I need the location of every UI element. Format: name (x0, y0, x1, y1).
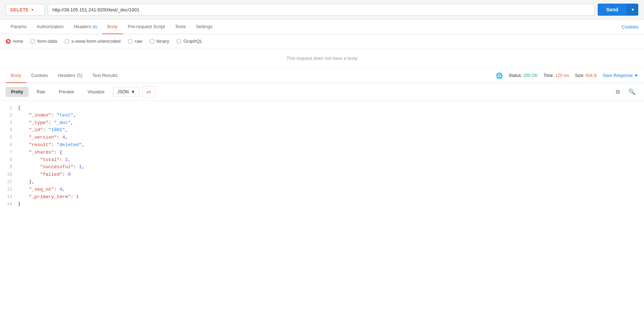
radio-graphql[interactable]: GraphQL (176, 38, 202, 44)
send-dropdown-icon[interactable]: ▼ (627, 4, 638, 15)
json-line: 4 "_id": "1001", (0, 126, 644, 134)
json-brace: } (18, 201, 21, 207)
json-key: "_primary_term" (29, 194, 71, 200)
json-line: 6 "result": "deleted", (0, 141, 644, 149)
json-plain (18, 113, 29, 118)
json-brace: { (59, 150, 62, 155)
response-status: Status: 200 OK (509, 73, 537, 78)
json-plain: : (62, 172, 68, 177)
tab-authorization[interactable]: Authorization (32, 20, 69, 34)
radio-none[interactable]: none (6, 38, 23, 44)
url-input[interactable] (48, 4, 595, 16)
json-plain: : (43, 127, 48, 133)
format-pretty-button[interactable]: Pretty (6, 87, 28, 97)
radio-dot-none (6, 39, 11, 44)
radio-dot-urlencoded (64, 39, 69, 44)
headers-badge: (6) (92, 25, 97, 29)
resp-tab-body[interactable]: Body (6, 68, 26, 83)
json-key: "_index" (29, 113, 51, 118)
line-number: 6 (0, 141, 18, 149)
json-string: "_doc" (54, 120, 71, 125)
copy-button[interactable]: ⧉ (613, 87, 623, 97)
json-line: 13 "_primary_term": 1 (0, 193, 644, 201)
status-value: 200 OK (523, 73, 538, 78)
tab-body[interactable]: Body (102, 20, 123, 34)
json-viewer: 1{2 "_index": "test",3 "_type": "_doc",4… (0, 101, 644, 250)
line-number: 4 (0, 126, 18, 134)
line-content: }, (18, 178, 644, 186)
json-key: "_type" (29, 120, 48, 125)
cookies-link[interactable]: Cookies (622, 24, 638, 30)
json-plain: : (51, 113, 57, 118)
line-number: 10 (0, 171, 18, 178)
tab-pre-request[interactable]: Pre-request Script (123, 20, 170, 34)
json-line: 1{ (0, 104, 644, 112)
tab-params[interactable]: Params (6, 20, 32, 34)
json-plain (18, 127, 29, 133)
json-number: 0 (68, 172, 71, 177)
format-raw-button[interactable]: Raw (31, 87, 51, 97)
json-key: "_version" (29, 135, 57, 140)
tab-tests[interactable]: Tests (170, 20, 191, 34)
line-content: "_index": "test", (18, 112, 644, 119)
send-button[interactable]: Send ▼ (598, 4, 638, 16)
request-tabs: Params Authorization Headers (6) Body Pr… (0, 20, 644, 34)
json-plain (18, 172, 40, 177)
radio-binary[interactable]: binary (150, 38, 169, 44)
json-plain (18, 179, 29, 185)
radio-dot-graphql (176, 39, 181, 44)
format-bar-right: ⧉ 🔍 (613, 87, 638, 97)
json-number: 4 (59, 187, 62, 192)
format-type-select[interactable]: JSON ▼ (113, 87, 140, 97)
radio-dot-form-data (30, 39, 35, 44)
response-meta: 🌐 Status: 200 OK Time: 129 ms Size: 604 … (496, 72, 638, 79)
wrap-toggle-button[interactable]: ⇌ (142, 86, 155, 98)
resp-headers-badge: (5) (77, 73, 82, 78)
search-response-button[interactable]: 🔍 (625, 87, 638, 97)
line-content: { (18, 104, 644, 112)
json-plain: : (54, 150, 59, 155)
globe-icon[interactable]: 🌐 (496, 72, 503, 79)
save-response-button[interactable]: Save Response ▼ (602, 73, 638, 78)
json-comma: , (71, 120, 73, 125)
radio-form-data[interactable]: form-data (30, 38, 57, 44)
line-number: 9 (0, 164, 18, 171)
json-plain: : (59, 157, 65, 162)
line-content: "_version": 4, (18, 134, 644, 141)
json-string: "test" (57, 113, 73, 118)
tab-headers[interactable]: Headers (6) (69, 20, 102, 34)
json-line: 8 "total": 2, (0, 156, 644, 164)
json-comma: , (68, 157, 71, 162)
json-key: "_seq_no" (29, 187, 54, 192)
size-value: 604 B (586, 73, 597, 78)
resp-tab-test-results[interactable]: Test Results (87, 68, 123, 83)
resp-tab-cookies[interactable]: Cookies (26, 68, 53, 83)
method-label: DELETE (10, 7, 28, 12)
json-line: 7 "_shards": { (0, 149, 644, 156)
radio-raw[interactable]: raw (128, 38, 142, 44)
line-content: "_id": "1001", (18, 126, 644, 134)
line-content: "total": 2, (18, 156, 644, 164)
format-preview-button[interactable]: Preview (53, 87, 79, 97)
radio-dot-raw (128, 39, 133, 44)
no-body-message: This request does not have a body (0, 48, 644, 68)
json-brace: { (18, 105, 21, 110)
resp-tab-headers[interactable]: Headers (5) (53, 68, 88, 83)
json-plain: : (48, 120, 54, 125)
radio-urlencoded[interactable]: x-www-form-urlencoded (64, 38, 121, 44)
json-comma: , (65, 127, 68, 133)
tab-settings[interactable]: Settings (191, 20, 218, 34)
json-plain (18, 142, 29, 148)
line-number: 14 (0, 201, 18, 208)
json-key: "successful" (40, 164, 73, 170)
json-comma: , (65, 135, 68, 140)
json-line: 2 "_index": "test", (0, 112, 644, 119)
line-number: 8 (0, 156, 18, 164)
json-line: 3 "_type": "_doc", (0, 119, 644, 127)
line-number: 7 (0, 149, 18, 156)
method-select[interactable]: DELETE ▼ (6, 4, 45, 16)
format-visualize-button[interactable]: Visualize (82, 87, 110, 97)
json-string: "deleted" (57, 142, 82, 148)
json-format-label: JSON (118, 89, 129, 94)
json-key: "_id" (29, 127, 43, 133)
